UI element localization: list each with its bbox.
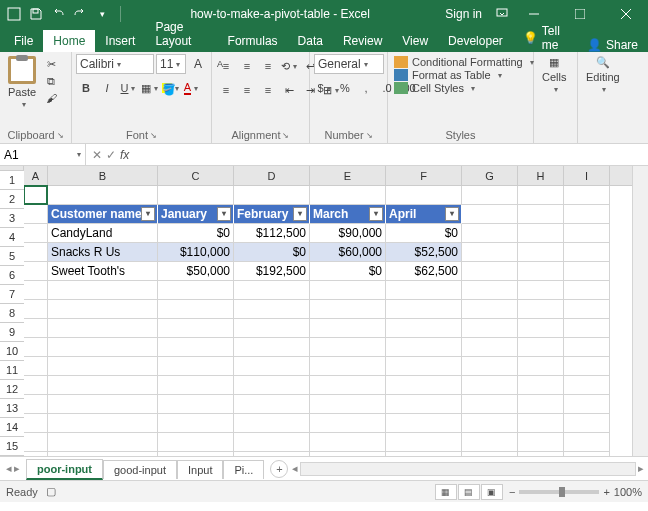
font-color-icon[interactable]: A▾ bbox=[181, 78, 201, 98]
cell[interactable] bbox=[310, 395, 386, 414]
cell[interactable] bbox=[310, 452, 386, 456]
cell[interactable] bbox=[234, 376, 310, 395]
cell[interactable] bbox=[564, 205, 610, 224]
cell[interactable] bbox=[24, 224, 48, 243]
cell[interactable] bbox=[518, 281, 564, 300]
number-format-combo[interactable]: General▾ bbox=[314, 54, 384, 74]
cell[interactable] bbox=[462, 300, 518, 319]
tab-scroll-right-icon[interactable]: ▸ bbox=[14, 462, 20, 475]
cell[interactable]: $0 bbox=[234, 243, 310, 262]
sheet-tab[interactable]: Pi... bbox=[223, 460, 264, 479]
column-header[interactable]: I bbox=[564, 166, 610, 185]
cell[interactable]: $52,500 bbox=[386, 243, 462, 262]
row-header[interactable]: 13 bbox=[0, 399, 24, 418]
cell[interactable] bbox=[564, 281, 610, 300]
font-launcher-icon[interactable]: ↘ bbox=[150, 131, 157, 140]
cell[interactable] bbox=[518, 395, 564, 414]
hsb-right-icon[interactable]: ▸ bbox=[638, 462, 644, 475]
align-middle-icon[interactable]: ≡ bbox=[237, 56, 257, 76]
paste-button[interactable]: Paste ▾ bbox=[4, 54, 40, 111]
font-name-combo[interactable]: Calibri▾ bbox=[76, 54, 154, 74]
cell[interactable] bbox=[48, 357, 158, 376]
format-painter-icon[interactable]: 🖌 bbox=[42, 90, 60, 106]
sheet-tab[interactable]: good-input bbox=[103, 460, 177, 479]
cell[interactable]: $112,500 bbox=[234, 224, 310, 243]
cell[interactable] bbox=[518, 300, 564, 319]
cell[interactable] bbox=[462, 205, 518, 224]
cell[interactable] bbox=[564, 452, 610, 456]
cell[interactable] bbox=[462, 433, 518, 452]
cell[interactable] bbox=[310, 281, 386, 300]
align-center-icon[interactable]: ≡ bbox=[237, 80, 257, 100]
cell[interactable] bbox=[386, 414, 462, 433]
page-break-view-icon[interactable]: ▣ bbox=[481, 484, 503, 500]
cell[interactable] bbox=[158, 414, 234, 433]
macro-record-icon[interactable]: ▢ bbox=[46, 485, 56, 498]
cell[interactable] bbox=[310, 433, 386, 452]
tab-formulas[interactable]: Formulas bbox=[218, 30, 288, 52]
number-launcher-icon[interactable]: ↘ bbox=[366, 131, 373, 140]
cell[interactable]: CandyLand bbox=[48, 224, 158, 243]
cell[interactable] bbox=[564, 395, 610, 414]
cell[interactable] bbox=[564, 414, 610, 433]
cell[interactable] bbox=[234, 186, 310, 205]
cell[interactable] bbox=[24, 376, 48, 395]
cell[interactable] bbox=[234, 300, 310, 319]
conditional-formatting-button[interactable]: Conditional Formatting▾ bbox=[394, 56, 534, 68]
cell[interactable] bbox=[234, 357, 310, 376]
row-header[interactable]: 14 bbox=[0, 418, 24, 437]
cell[interactable] bbox=[24, 281, 48, 300]
cell[interactable] bbox=[158, 300, 234, 319]
align-left-icon[interactable]: ≡ bbox=[216, 80, 236, 100]
cell[interactable] bbox=[518, 224, 564, 243]
align-right-icon[interactable]: ≡ bbox=[258, 80, 278, 100]
cell[interactable] bbox=[24, 243, 48, 262]
copy-icon[interactable]: ⧉ bbox=[42, 73, 60, 89]
cell[interactable] bbox=[564, 224, 610, 243]
cell[interactable] bbox=[462, 224, 518, 243]
clipboard-launcher-icon[interactable]: ↘ bbox=[57, 131, 64, 140]
tab-scroll-left-icon[interactable]: ◂ bbox=[6, 462, 12, 475]
tab-page-layout[interactable]: Page Layout bbox=[145, 16, 217, 52]
font-size-combo[interactable]: 11▾ bbox=[156, 54, 186, 74]
column-header[interactable]: A bbox=[24, 166, 48, 185]
cut-icon[interactable]: ✂ bbox=[42, 56, 60, 72]
cells-button[interactable]: ▦Cells▾ bbox=[538, 54, 570, 96]
cell[interactable] bbox=[518, 452, 564, 456]
cell[interactable]: Customer name▾ bbox=[48, 205, 158, 224]
cell[interactable] bbox=[564, 433, 610, 452]
zoom-in-icon[interactable]: + bbox=[603, 486, 609, 498]
cell[interactable] bbox=[24, 319, 48, 338]
cell[interactable] bbox=[24, 357, 48, 376]
cell[interactable] bbox=[234, 452, 310, 456]
tab-home[interactable]: Home bbox=[43, 30, 95, 52]
row-header[interactable]: 15 bbox=[0, 437, 24, 456]
cell[interactable] bbox=[158, 338, 234, 357]
row-header[interactable]: 1 bbox=[0, 171, 24, 190]
page-layout-view-icon[interactable]: ▤ bbox=[458, 484, 480, 500]
percent-icon[interactable]: % bbox=[335, 78, 355, 98]
tab-file[interactable]: File bbox=[4, 30, 43, 52]
ribbon-options-icon[interactable] bbox=[494, 6, 510, 22]
cell[interactable] bbox=[518, 414, 564, 433]
cell[interactable] bbox=[158, 433, 234, 452]
cell-styles-button[interactable]: Cell Styles▾ bbox=[394, 82, 534, 94]
bold-icon[interactable]: B bbox=[76, 78, 96, 98]
cell[interactable]: $90,000 bbox=[310, 224, 386, 243]
cell[interactable] bbox=[48, 452, 158, 456]
row-header[interactable]: 2 bbox=[0, 190, 24, 209]
cell[interactable] bbox=[386, 452, 462, 456]
hsb-left-icon[interactable]: ◂ bbox=[292, 462, 298, 475]
tab-developer[interactable]: Developer bbox=[438, 30, 513, 52]
cell[interactable]: Snacks R Us bbox=[48, 243, 158, 262]
cell[interactable] bbox=[518, 338, 564, 357]
cell[interactable] bbox=[564, 357, 610, 376]
cell[interactable] bbox=[158, 357, 234, 376]
vertical-scrollbar[interactable] bbox=[632, 166, 648, 456]
cell[interactable] bbox=[24, 186, 48, 205]
cell[interactable] bbox=[462, 186, 518, 205]
row-header[interactable]: 6 bbox=[0, 266, 24, 285]
row-header[interactable]: 5 bbox=[0, 247, 24, 266]
cell[interactable] bbox=[462, 281, 518, 300]
cell[interactable] bbox=[518, 205, 564, 224]
